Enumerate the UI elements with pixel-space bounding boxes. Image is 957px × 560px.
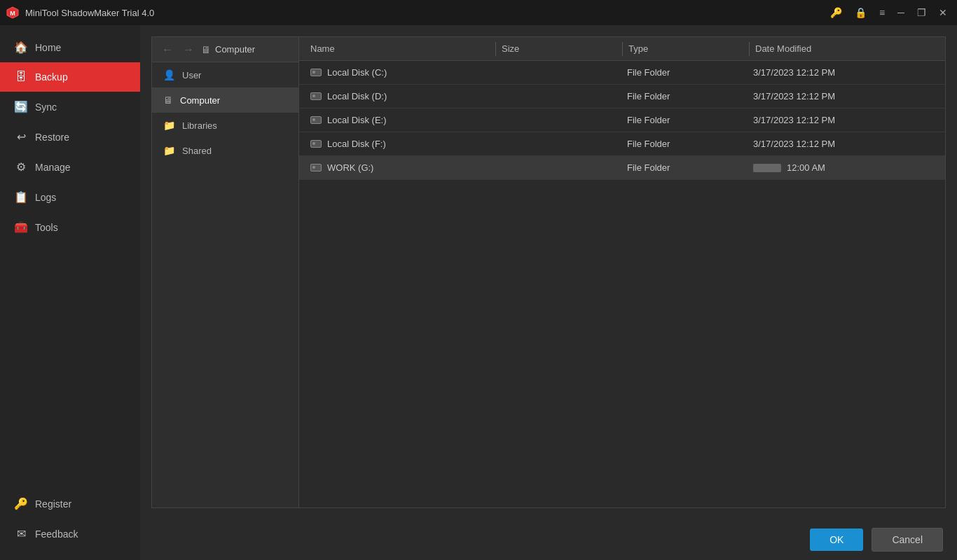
sync-icon: 🔄 [14, 100, 28, 113]
tools-icon: 🧰 [14, 220, 28, 234]
disk-icon [310, 92, 322, 100]
tree-label-shared: Shared [182, 146, 212, 156]
table-row[interactable]: WORK (G:) File Folder 12:00 AM [299, 156, 945, 180]
file-name: Local Disk (F:) [327, 139, 386, 149]
sidebar: 🏠 Home 🗄 Backup 🔄 Sync ↩ Restore ⚙ Manag… [0, 25, 140, 560]
home-icon: 🏠 [14, 41, 28, 54]
sidebar-item-register[interactable]: 🔑 Register [0, 489, 140, 519]
register-icon: 🔑 [14, 497, 28, 510]
file-name: WORK (G:) [327, 162, 373, 173]
sidebar-item-manage[interactable]: ⚙ Manage [0, 152, 140, 182]
svg-text:M: M [10, 10, 15, 17]
col-header-size: Size [496, 43, 622, 54]
disk-icon [310, 140, 322, 148]
sidebar-label-backup: Backup [35, 71, 68, 83]
main-layout: 🏠 Home 🗄 Backup 🔄 Sync ↩ Restore ⚙ Manag… [0, 25, 957, 560]
file-name: Local Disk (C:) [327, 67, 387, 78]
tree-item-user[interactable]: 👤 User [152, 62, 298, 88]
col-header-date: Date Modified [750, 43, 945, 54]
location-label: Computer [215, 44, 255, 55]
file-type: File Folder [621, 91, 748, 102]
ok-button[interactable]: OK [810, 528, 863, 551]
file-date-time: 12:00 AM [787, 162, 825, 173]
tree-label-user: User [182, 70, 201, 80]
file-date: 12:00 AM [748, 162, 945, 173]
sidebar-item-logs[interactable]: 📋 Logs [0, 182, 140, 212]
tree-item-computer[interactable]: 🖥 Computer [152, 88, 298, 113]
forward-button[interactable]: → [180, 42, 197, 57]
app-logo: M [6, 6, 20, 20]
file-type: File Folder [621, 139, 748, 149]
col-header-type: Type [623, 43, 749, 54]
monitor-icon: 🖥 [201, 44, 211, 55]
file-date: 3/17/2023 12:12 PM [748, 139, 945, 149]
sidebar-item-sync[interactable]: 🔄 Sync [0, 92, 140, 122]
date-redacted-block [753, 164, 781, 172]
sidebar-label-home: Home [35, 42, 61, 53]
sidebar-label-sync: Sync [35, 102, 57, 113]
sidebar-item-feedback[interactable]: ✉ Feedback [0, 519, 140, 549]
computer-icon: 🖥 [163, 94, 173, 106]
sidebar-label-restore: Restore [35, 132, 69, 143]
sidebar-item-restore[interactable]: ↩ Restore [0, 122, 140, 152]
file-date: 3/17/2023 12:12 PM [748, 115, 945, 125]
tree-panel: ← → 🖥 Computer 👤 User 🖥 Computer 📁 Libra… [152, 37, 299, 507]
titlebar-left: M MiniTool ShadowMaker Trial 4.0 [6, 6, 154, 20]
menu-icon[interactable]: ≡ [875, 4, 889, 21]
file-browser: ← → 🖥 Computer 👤 User 🖥 Computer 📁 Libra… [151, 36, 946, 508]
content-area: ← → 🖥 Computer 👤 User 🖥 Computer 📁 Libra… [140, 25, 957, 560]
user-icon: 👤 [163, 69, 175, 80]
sidebar-item-home[interactable]: 🏠 Home [0, 32, 140, 62]
file-list-panel: Name Size Type Date Modified Local Disk … [299, 37, 945, 507]
manage-icon: ⚙ [14, 160, 28, 174]
bottom-bar: OK Cancel [140, 519, 957, 560]
restore-button[interactable]: ❐ [913, 4, 930, 21]
file-name-cell: Local Disk (E:) [299, 115, 495, 125]
tree-item-libraries[interactable]: 📁 Libraries [152, 113, 298, 138]
file-rows: Local Disk (C:) File Folder 3/17/2023 12… [299, 61, 945, 507]
minimize-button[interactable]: ─ [893, 4, 909, 21]
file-name-cell: Local Disk (F:) [299, 139, 495, 149]
file-name-cell: WORK (G:) [299, 162, 495, 173]
tree-label-computer: Computer [180, 95, 220, 106]
sidebar-bottom: 🔑 Register ✉ Feedback [0, 489, 140, 560]
file-name: Local Disk (D:) [327, 91, 387, 102]
feedback-icon: ✉ [14, 527, 28, 540]
table-row[interactable]: Local Disk (E:) File Folder 3/17/2023 12… [299, 108, 945, 132]
lock-icon[interactable]: 🔒 [851, 4, 871, 21]
file-date: 3/17/2023 12:12 PM [748, 67, 945, 78]
sidebar-label-manage: Manage [35, 162, 71, 173]
navigation-bar: ← → 🖥 Computer [152, 37, 298, 62]
table-row[interactable]: Local Disk (F:) File Folder 3/17/2023 12… [299, 132, 945, 156]
sidebar-label-tools: Tools [35, 222, 58, 233]
file-name-cell: Local Disk (C:) [299, 67, 495, 78]
sidebar-label-logs: Logs [35, 192, 56, 203]
file-type: File Folder [621, 67, 748, 78]
disk-icon [310, 69, 322, 76]
key-icon[interactable]: 🔑 [826, 4, 846, 21]
back-button[interactable]: ← [159, 42, 176, 57]
tree-item-shared[interactable]: 📁 Shared [152, 138, 298, 163]
titlebar-controls: 🔑 🔒 ≡ ─ ❐ ✕ [826, 4, 951, 21]
sidebar-item-tools[interactable]: 🧰 Tools [0, 212, 140, 242]
table-row[interactable]: Local Disk (D:) File Folder 3/17/2023 12… [299, 85, 945, 108]
table-row[interactable]: Local Disk (C:) File Folder 3/17/2023 12… [299, 61, 945, 85]
restore-icon: ↩ [14, 130, 28, 144]
disk-icon [310, 116, 322, 124]
disk-icon [310, 164, 322, 172]
file-name: Local Disk (E:) [327, 115, 387, 125]
file-date: 3/17/2023 12:12 PM [748, 91, 945, 102]
backup-icon: 🗄 [14, 71, 28, 83]
app-title: MiniTool ShadowMaker Trial 4.0 [25, 8, 154, 18]
col-header-name: Name [299, 43, 495, 54]
cancel-button[interactable]: Cancel [872, 528, 943, 552]
sidebar-label-register: Register [35, 498, 71, 510]
titlebar: M MiniTool ShadowMaker Trial 4.0 🔑 🔒 ≡ ─… [0, 0, 957, 25]
shared-icon: 📁 [163, 145, 175, 156]
file-type: File Folder [621, 115, 748, 125]
sidebar-item-backup[interactable]: 🗄 Backup [0, 62, 140, 92]
close-button[interactable]: ✕ [935, 4, 951, 21]
tree-label-libraries: Libraries [182, 120, 217, 131]
table-header: Name Size Type Date Modified [299, 37, 945, 61]
libraries-icon: 📁 [163, 120, 175, 131]
